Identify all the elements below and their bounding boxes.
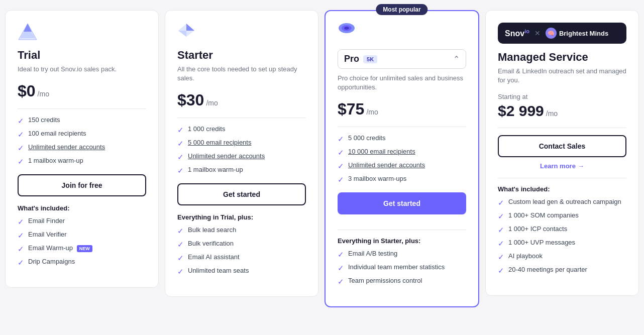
list-item: ✓Bulk verification [177,240,306,249]
trial-period: /mo [38,90,49,98]
check-icon: ✓ [338,162,344,171]
learn-more-text: Learn more [540,162,576,170]
managed-price: $2 999 [498,102,544,120]
managed-header: Snovio ✕ 🧠 Brightest Minds [498,23,626,44]
trial-plan-name: Trial [18,49,146,62]
pro-tier-selector[interactable]: Pro 5K ⌃ [338,49,466,69]
trial-icon [18,23,38,43]
list-item: ✓10 000 email recipients [338,148,466,157]
managed-plan-desc: Email & LinkedIn outreach set and manage… [498,67,626,85]
new-badge: NEW [77,245,92,252]
pro-divider [338,127,466,127]
managed-divider-2 [498,178,626,178]
managed-price-label: Starting at [498,93,626,100]
partner-name: Brightest Minds [559,30,608,37]
most-popular-badge: Most popular [376,4,427,15]
starter-included-list: ✓Bulk lead search ✓Bulk verification ✓Em… [177,226,306,276]
trial-included-title: What's included: [18,204,146,212]
starter-included-title: Everything in Trial, plus: [177,213,306,221]
check-icon: ✓ [18,144,24,153]
chevron-down-icon: ⌃ [453,54,460,64]
list-item: ✓1 000+ SOM companies [498,211,626,221]
arrow-right-icon: → [578,162,584,170]
list-item: ✓Drip Campaigns [18,258,146,267]
managed-learn-more-link[interactable]: Learn more → [498,162,626,170]
check-icon: ✓ [177,126,184,135]
trial-included-list: ✓Email Finder ✓Email Verifier ✓Email War… [18,217,146,267]
trial-feature-list: ✓150 credits ✓100 email recipients ✓Unli… [18,116,146,166]
check-icon: ✓ [338,175,344,184]
managed-plan-name: Managed Service [498,51,626,64]
list-item: ✓3 mailbox warm-ups [338,175,466,184]
starter-cta-button[interactable]: Get started [177,183,306,205]
check-icon: ✓ [18,130,24,139]
snov-logo: Snovio [505,28,529,38]
check-icon: ✓ [18,231,24,240]
pro-divider-2 [338,230,466,230]
check-icon: ✓ [177,267,184,276]
check-icon: ✓ [498,266,504,275]
check-icon: ✓ [177,240,184,249]
check-icon: ✓ [498,198,504,207]
check-icon: ✓ [18,117,24,126]
starter-period: /mo [206,99,218,107]
check-icon: ✓ [177,139,184,148]
pro-price-row: $75 /mo [338,100,466,119]
check-icon: ✓ [498,253,504,262]
check-icon: ✓ [18,157,24,166]
list-item: ✓Email A/B testing [338,250,466,259]
brightest-minds: 🧠 Brightest Minds [546,28,608,39]
list-item: ✓Email Finder [18,217,146,227]
check-icon: ✓ [177,153,184,162]
managed-card: Snovio ✕ 🧠 Brightest Minds Managed Servi… [485,10,639,296]
starter-card: Starter All the core tools needed to set… [165,10,318,297]
check-icon: ✓ [338,264,344,273]
starter-divider [177,118,306,118]
list-item: ✓Custom lead gen & outreach campaign [498,198,626,207]
check-icon: ✓ [498,212,504,221]
trial-cta-button[interactable]: Join for free [18,174,146,196]
pro-period: /mo [366,108,378,116]
list-item: ✓Unlimited sender accounts [18,143,146,153]
check-icon: ✓ [177,166,184,175]
list-item: ✓Individual team member statistics [338,263,466,273]
pro-included-list: ✓Email A/B testing ✓Individual team memb… [338,250,466,286]
list-item: ✓Bulk lead search [177,226,306,236]
pro-card: Most popular Pro 5K ⌃ Pro choice for unl… [325,10,479,307]
starter-price: $30 [177,91,204,109]
check-icon: ✓ [498,226,504,235]
pro-price: $75 [338,100,364,119]
pricing-container: Trial Ideal to try out Snov.io sales pac… [5,5,639,307]
check-icon: ✓ [18,245,24,254]
pro-included-title: Everything in Starter, plus: [338,237,466,245]
check-icon: ✓ [338,250,344,259]
managed-included-list: ✓Custom lead gen & outreach campaign ✓1 … [498,198,626,275]
list-item: ✓1 000 credits [177,125,306,135]
list-item: ✓Email Verifier [18,231,146,240]
svg-point-5 [344,27,349,30]
starter-plan-desc: All the core tools needed to set up stea… [177,65,306,83]
list-item: ✓100 email recipients [18,130,146,139]
starter-plan-name: Starter [177,49,306,62]
trial-price-row: $0 /mo [18,82,146,100]
list-item: ✓Unlimited team seats [177,267,306,276]
check-icon: ✓ [338,277,344,286]
list-item: ✓5 000 credits [338,134,466,144]
svg-marker-2 [24,24,32,32]
list-item: ✓Unlimited sender accounts [338,161,466,171]
pro-feature-list: ✓5 000 credits ✓10 000 email recipients … [338,134,466,184]
pro-cta-button[interactable]: Get started [338,192,466,214]
x-divider: ✕ [534,29,541,37]
list-item: ✓150 credits [18,116,146,126]
list-item: ✓Team permissions control [338,277,466,286]
check-icon: ✓ [177,227,184,236]
list-item: ✓Unlimited sender accounts [177,152,306,162]
list-item: ✓1 000+ ICP contacts [498,225,626,235]
trial-card: Trial Ideal to try out Snov.io sales pac… [5,10,159,288]
managed-contact-button[interactable]: Contact Sales [498,135,626,157]
list-item: ✓1 mailbox warm-up [177,166,306,175]
check-icon: ✓ [18,258,24,267]
bm-icon: 🧠 [546,28,557,39]
managed-divider [498,128,626,128]
managed-period: /mo [546,109,558,118]
